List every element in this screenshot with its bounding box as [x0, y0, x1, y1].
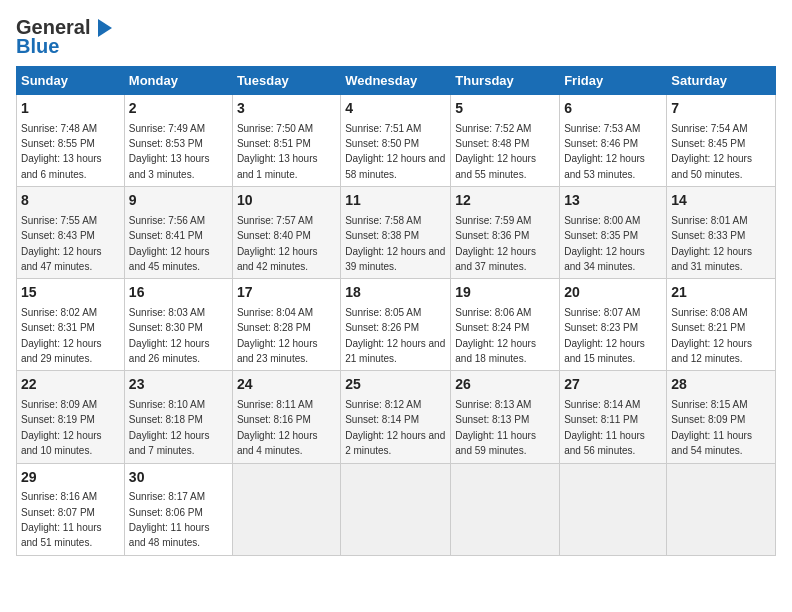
calendar-day-cell: 1Sunrise: 7:48 AMSunset: 8:55 PMDaylight…: [17, 95, 125, 187]
calendar-day-cell: [451, 463, 560, 555]
day-number: 27: [564, 375, 662, 395]
day-info: Sunrise: 8:11 AMSunset: 8:16 PMDaylight:…: [237, 399, 318, 456]
column-header-wednesday: Wednesday: [341, 67, 451, 95]
logo-icon: [92, 17, 114, 39]
calendar-day-cell: 17Sunrise: 8:04 AMSunset: 8:28 PMDayligh…: [232, 279, 340, 371]
day-info: Sunrise: 7:50 AMSunset: 8:51 PMDaylight:…: [237, 123, 318, 180]
calendar-day-cell: 3Sunrise: 7:50 AMSunset: 8:51 PMDaylight…: [232, 95, 340, 187]
calendar-day-cell: 14Sunrise: 8:01 AMSunset: 8:33 PMDayligh…: [667, 187, 776, 279]
calendar-day-cell: 7Sunrise: 7:54 AMSunset: 8:45 PMDaylight…: [667, 95, 776, 187]
calendar-day-cell: 27Sunrise: 8:14 AMSunset: 8:11 PMDayligh…: [560, 371, 667, 463]
calendar-day-cell: 28Sunrise: 8:15 AMSunset: 8:09 PMDayligh…: [667, 371, 776, 463]
calendar-day-cell: 30Sunrise: 8:17 AMSunset: 8:06 PMDayligh…: [124, 463, 232, 555]
calendar-day-cell: 22Sunrise: 8:09 AMSunset: 8:19 PMDayligh…: [17, 371, 125, 463]
day-info: Sunrise: 7:52 AMSunset: 8:48 PMDaylight:…: [455, 123, 536, 180]
day-number: 1: [21, 99, 120, 119]
day-info: Sunrise: 7:54 AMSunset: 8:45 PMDaylight:…: [671, 123, 752, 180]
calendar-day-cell: [341, 463, 451, 555]
day-info: Sunrise: 8:01 AMSunset: 8:33 PMDaylight:…: [671, 215, 752, 272]
day-number: 25: [345, 375, 446, 395]
calendar-day-cell: 6Sunrise: 7:53 AMSunset: 8:46 PMDaylight…: [560, 95, 667, 187]
day-info: Sunrise: 7:56 AMSunset: 8:41 PMDaylight:…: [129, 215, 210, 272]
day-number: 5: [455, 99, 555, 119]
logo: General Blue: [16, 16, 114, 58]
day-info: Sunrise: 8:10 AMSunset: 8:18 PMDaylight:…: [129, 399, 210, 456]
day-number: 6: [564, 99, 662, 119]
day-number: 19: [455, 283, 555, 303]
calendar-day-cell: [232, 463, 340, 555]
calendar-day-cell: 10Sunrise: 7:57 AMSunset: 8:40 PMDayligh…: [232, 187, 340, 279]
day-number: 2: [129, 99, 228, 119]
day-info: Sunrise: 8:15 AMSunset: 8:09 PMDaylight:…: [671, 399, 752, 456]
day-number: 24: [237, 375, 336, 395]
calendar-day-cell: [560, 463, 667, 555]
logo-blue-text: Blue: [16, 35, 59, 58]
calendar-day-cell: 2Sunrise: 7:49 AMSunset: 8:53 PMDaylight…: [124, 95, 232, 187]
day-number: 14: [671, 191, 771, 211]
calendar-week-row: 29Sunrise: 8:16 AMSunset: 8:07 PMDayligh…: [17, 463, 776, 555]
column-header-sunday: Sunday: [17, 67, 125, 95]
day-info: Sunrise: 8:14 AMSunset: 8:11 PMDaylight:…: [564, 399, 645, 456]
day-info: Sunrise: 8:08 AMSunset: 8:21 PMDaylight:…: [671, 307, 752, 364]
calendar-day-cell: 20Sunrise: 8:07 AMSunset: 8:23 PMDayligh…: [560, 279, 667, 371]
day-info: Sunrise: 7:59 AMSunset: 8:36 PMDaylight:…: [455, 215, 536, 272]
day-number: 28: [671, 375, 771, 395]
day-number: 15: [21, 283, 120, 303]
day-info: Sunrise: 7:51 AMSunset: 8:50 PMDaylight:…: [345, 123, 445, 180]
day-number: 9: [129, 191, 228, 211]
day-info: Sunrise: 7:57 AMSunset: 8:40 PMDaylight:…: [237, 215, 318, 272]
column-header-thursday: Thursday: [451, 67, 560, 95]
day-info: Sunrise: 8:07 AMSunset: 8:23 PMDaylight:…: [564, 307, 645, 364]
calendar-week-row: 15Sunrise: 8:02 AMSunset: 8:31 PMDayligh…: [17, 279, 776, 371]
column-header-monday: Monday: [124, 67, 232, 95]
column-header-saturday: Saturday: [667, 67, 776, 95]
calendar-day-cell: 12Sunrise: 7:59 AMSunset: 8:36 PMDayligh…: [451, 187, 560, 279]
calendar-day-cell: 23Sunrise: 8:10 AMSunset: 8:18 PMDayligh…: [124, 371, 232, 463]
day-number: 16: [129, 283, 228, 303]
day-info: Sunrise: 7:55 AMSunset: 8:43 PMDaylight:…: [21, 215, 102, 272]
calendar-day-cell: 8Sunrise: 7:55 AMSunset: 8:43 PMDaylight…: [17, 187, 125, 279]
calendar-day-cell: 25Sunrise: 8:12 AMSunset: 8:14 PMDayligh…: [341, 371, 451, 463]
day-info: Sunrise: 8:05 AMSunset: 8:26 PMDaylight:…: [345, 307, 445, 364]
calendar-day-cell: 26Sunrise: 8:13 AMSunset: 8:13 PMDayligh…: [451, 371, 560, 463]
day-number: 7: [671, 99, 771, 119]
day-number: 23: [129, 375, 228, 395]
day-info: Sunrise: 8:04 AMSunset: 8:28 PMDaylight:…: [237, 307, 318, 364]
day-info: Sunrise: 8:12 AMSunset: 8:14 PMDaylight:…: [345, 399, 445, 456]
calendar-day-cell: 9Sunrise: 7:56 AMSunset: 8:41 PMDaylight…: [124, 187, 232, 279]
day-number: 8: [21, 191, 120, 211]
calendar-day-cell: 19Sunrise: 8:06 AMSunset: 8:24 PMDayligh…: [451, 279, 560, 371]
calendar-day-cell: 5Sunrise: 7:52 AMSunset: 8:48 PMDaylight…: [451, 95, 560, 187]
calendar-week-row: 8Sunrise: 7:55 AMSunset: 8:43 PMDaylight…: [17, 187, 776, 279]
calendar-table: SundayMondayTuesdayWednesdayThursdayFrid…: [16, 66, 776, 556]
day-number: 13: [564, 191, 662, 211]
day-info: Sunrise: 8:00 AMSunset: 8:35 PMDaylight:…: [564, 215, 645, 272]
day-info: Sunrise: 8:13 AMSunset: 8:13 PMDaylight:…: [455, 399, 536, 456]
calendar-day-cell: 16Sunrise: 8:03 AMSunset: 8:30 PMDayligh…: [124, 279, 232, 371]
calendar-day-cell: 4Sunrise: 7:51 AMSunset: 8:50 PMDaylight…: [341, 95, 451, 187]
day-number: 4: [345, 99, 446, 119]
day-number: 21: [671, 283, 771, 303]
calendar-header-row: SundayMondayTuesdayWednesdayThursdayFrid…: [17, 67, 776, 95]
day-info: Sunrise: 8:09 AMSunset: 8:19 PMDaylight:…: [21, 399, 102, 456]
day-number: 18: [345, 283, 446, 303]
calendar-day-cell: 21Sunrise: 8:08 AMSunset: 8:21 PMDayligh…: [667, 279, 776, 371]
day-info: Sunrise: 8:17 AMSunset: 8:06 PMDaylight:…: [129, 491, 210, 548]
calendar-day-cell: 24Sunrise: 8:11 AMSunset: 8:16 PMDayligh…: [232, 371, 340, 463]
day-number: 30: [129, 468, 228, 488]
calendar-day-cell: 11Sunrise: 7:58 AMSunset: 8:38 PMDayligh…: [341, 187, 451, 279]
day-number: 11: [345, 191, 446, 211]
column-header-friday: Friday: [560, 67, 667, 95]
day-info: Sunrise: 7:49 AMSunset: 8:53 PMDaylight:…: [129, 123, 210, 180]
column-header-tuesday: Tuesday: [232, 67, 340, 95]
day-info: Sunrise: 8:06 AMSunset: 8:24 PMDaylight:…: [455, 307, 536, 364]
day-info: Sunrise: 7:53 AMSunset: 8:46 PMDaylight:…: [564, 123, 645, 180]
day-info: Sunrise: 7:58 AMSunset: 8:38 PMDaylight:…: [345, 215, 445, 272]
calendar-day-cell: 18Sunrise: 8:05 AMSunset: 8:26 PMDayligh…: [341, 279, 451, 371]
svg-marker-0: [98, 19, 112, 37]
page-header: General Blue: [16, 16, 776, 58]
day-info: Sunrise: 7:48 AMSunset: 8:55 PMDaylight:…: [21, 123, 102, 180]
day-number: 26: [455, 375, 555, 395]
calendar-day-cell: 29Sunrise: 8:16 AMSunset: 8:07 PMDayligh…: [17, 463, 125, 555]
day-number: 29: [21, 468, 120, 488]
